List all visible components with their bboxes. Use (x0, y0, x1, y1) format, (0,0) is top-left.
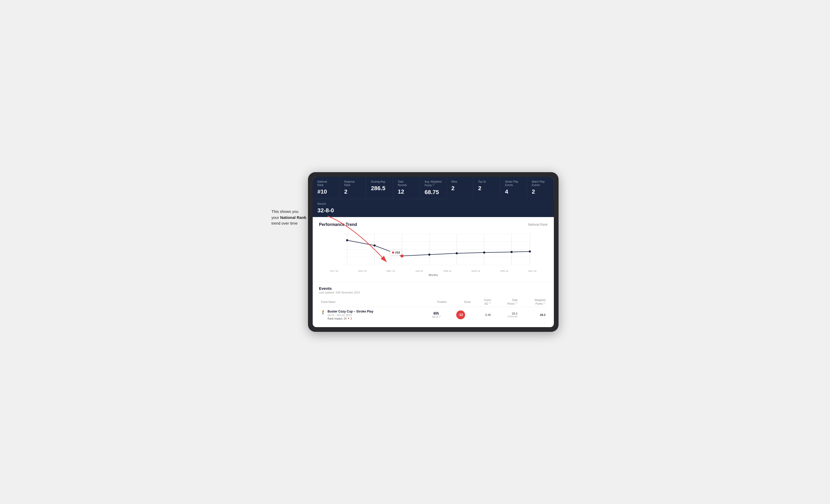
chart-container: #10 (319, 231, 548, 268)
chart-tooltip: #10 (390, 250, 402, 255)
svg-point-17 (428, 254, 430, 256)
stat-top3s-label: Top 3s (478, 180, 496, 183)
col-score: Score (449, 297, 473, 307)
stat-regional-rank: RegionalRank 2 (340, 177, 366, 199)
annotation-bold: National Rank (280, 215, 306, 220)
event-score: -22 (449, 307, 473, 323)
svg-point-20 (511, 251, 513, 253)
stat-wins-label: Wins (451, 180, 469, 183)
events-table: Event Name Position Score EventSG ⓘ Tota… (319, 297, 548, 323)
score-badge: -22 (456, 310, 465, 319)
months-axis-label: Months (319, 273, 548, 276)
perf-header: Performance Trend National Rank (319, 222, 548, 227)
chart-label-nov23: NOV 23 (348, 270, 377, 272)
stat-national-rank-value: #10 (317, 188, 334, 195)
stat-wins-value: 2 (451, 185, 469, 192)
stat-scoring-avg-value: 286.5 (371, 185, 388, 192)
stat-stroke-play-value: 4 (505, 188, 522, 195)
stat-record-value: 32-8-0 (317, 207, 549, 214)
annotation-line1: This shows you (272, 209, 298, 214)
chart-labels: OCT 23 NOV 23 DEC 23 JAN 24 FEB 24 MAR 2… (319, 270, 548, 272)
page-wrapper: This shows you your National Rank trend … (272, 172, 558, 332)
stats-header: NationalRank #10 RegionalRank 2 Scoring … (313, 177, 554, 217)
stat-record: Record 32-8-0 (313, 199, 554, 217)
stat-top3s-value: 2 (478, 185, 496, 192)
chart-label-oct23: OCT 23 (320, 270, 348, 272)
stat-record-label: Record (317, 202, 549, 206)
col-total-points: TotalPoints ⓘ (493, 297, 519, 307)
col-weighted-points: WeightedPoints ⓘ (519, 297, 548, 307)
stat-avg-weighted-value: 68.75 (425, 189, 442, 196)
tablet-frame: NationalRank #10 RegionalRank 2 Scoring … (308, 172, 558, 332)
chart-label-apr24: APR 24 (490, 270, 518, 272)
rank-impact-arrow-icon: ▼ (347, 317, 350, 320)
stat-scoring-avg: Scoring Avg. 286.5 (366, 177, 393, 199)
stat-avg-weighted-label: Avg. WeightedPoints ⓘ (425, 180, 442, 187)
stat-national-rank: NationalRank #10 (313, 177, 340, 199)
stat-stroke-play-label: Stroke PlayEvents (505, 180, 522, 187)
weighted-points: 28.3 (519, 307, 548, 323)
stat-regional-rank-value: 2 (344, 188, 361, 195)
performance-subtitle: National Rank (528, 223, 548, 227)
total-points: 28.3 3 Rounds (493, 307, 519, 323)
performance-chart (319, 231, 548, 268)
event-name: Buster Cozy Cup – Stroke Play (327, 310, 373, 313)
total-rounds: 3 Rounds (495, 315, 517, 318)
events-title: Events (319, 286, 548, 291)
stat-scoring-avg-label: Scoring Avg. (371, 180, 388, 183)
tooltip-dot (392, 251, 394, 254)
annotation-text: This shows you your National Rank trend … (272, 209, 306, 227)
tooltip-value: #10 (395, 251, 400, 254)
events-section: Events Last updated: 24th November 2023 … (313, 282, 554, 327)
total-points-value: 28.3 (495, 312, 517, 315)
annotation-line2: your (272, 215, 280, 220)
rank-impact-value: 3 (351, 317, 352, 320)
performance-title: Performance Trend (319, 222, 357, 227)
chart-label-mar24: MAR 24 (462, 270, 490, 272)
event-position: 6th out of 7 (424, 307, 449, 323)
events-last-updated: Last updated: 24th November 2023 (319, 291, 548, 294)
chart-label-may24: MAY 24 (518, 270, 547, 272)
stat-match-play-events: Match PlayEvents 2 (527, 177, 554, 199)
rank-impact: Rank Impact: 24 ▼ 3 (327, 317, 373, 320)
stat-national-rank-label: NationalRank (317, 180, 334, 187)
stat-wins: Wins 2 (447, 177, 474, 199)
stat-total-rounds-value: 12 (398, 188, 415, 195)
col-event-sg: EventSG ⓘ (473, 297, 493, 307)
annotation-line3: trend over time (272, 221, 297, 225)
col-position: Position (424, 297, 449, 307)
event-sg: 0.45 (473, 307, 493, 323)
stat-total-rounds-label: TotalRounds (398, 180, 415, 187)
events-table-header: Event Name Position Score EventSG ⓘ Tota… (319, 297, 548, 307)
stat-total-rounds: TotalRounds 12 (393, 177, 420, 199)
svg-point-15 (374, 244, 376, 246)
stat-avg-weighted-points: Avg. WeightedPoints ⓘ 68.75 (420, 177, 447, 199)
svg-point-18 (456, 252, 458, 254)
stat-match-play-value: 2 (532, 188, 549, 195)
chart-label-jan24: JAN 24 (405, 270, 434, 272)
events-table-body: 🏌 Buster Cozy Cup – Stroke Play Oct 9 – … (319, 307, 548, 323)
stat-match-play-label: Match PlayEvents (532, 180, 549, 187)
chart-label-dec23: DEC 23 (377, 270, 405, 272)
stat-regional-rank-label: RegionalRank (344, 180, 361, 187)
event-date: Oct 9 – Oct 10, 2023 (327, 314, 373, 317)
position-sub: out of 7 (426, 315, 447, 318)
position-main: 6th (426, 311, 447, 315)
performance-section: Performance Trend National Rank (313, 217, 554, 282)
col-event-name: Event Name (319, 297, 424, 307)
table-row: 🏌 Buster Cozy Cup – Stroke Play Oct 9 – … (319, 307, 548, 323)
stat-stroke-play-events: Stroke PlayEvents 4 (500, 177, 527, 199)
event-name-cell: 🏌 Buster Cozy Cup – Stroke Play Oct 9 – … (319, 307, 424, 323)
chart-label-feb24: FEB 24 (433, 270, 462, 272)
stat-top3s: Top 3s 2 (474, 177, 500, 199)
svg-point-21 (529, 250, 531, 253)
svg-point-19 (483, 251, 485, 254)
event-icon: 🏌 (321, 310, 325, 314)
svg-point-14 (346, 239, 348, 241)
rank-impact-text: Rank Impact: 24 (327, 317, 347, 320)
tablet-screen: NationalRank #10 RegionalRank 2 Scoring … (313, 177, 554, 327)
weighted-points-value: 28.3 (540, 313, 545, 316)
